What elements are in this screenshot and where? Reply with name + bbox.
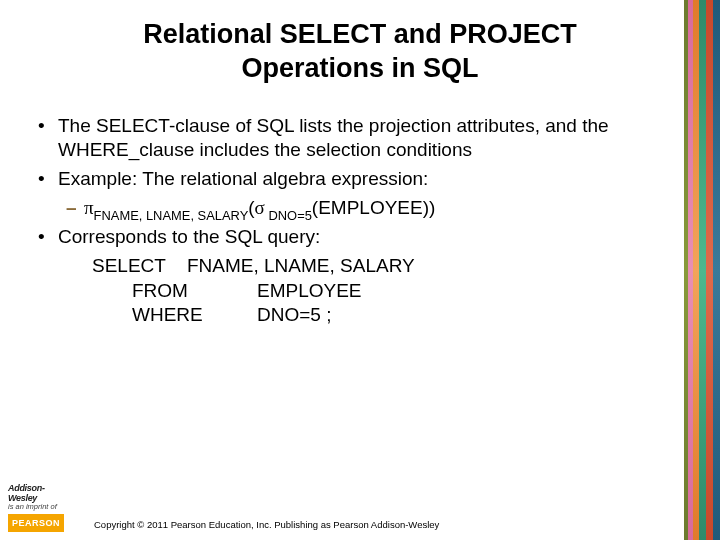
bullet-item: • Corresponds to the SQL query: [36,225,680,250]
sub-bullet-item: – πFNAME, LNAME, SALARY(σ DNO=5(EMPLOYEE… [66,196,680,224]
algebra-expression: πFNAME, LNAME, SALARY(σ DNO=5(EMPLOYEE)) [84,196,680,224]
bullet-marker: • [36,225,58,250]
addison-wesley-text: Addison-Wesley is an imprint of [8,484,70,511]
bullet-text: The SELECT-clause of SQL lists the proje… [58,114,680,163]
pearson-logo: PEARSON [8,514,64,532]
sql-args: FNAME, LNAME, SALARY [187,255,415,276]
sql-keyword: FROM [132,279,257,304]
brand-name: Addison-Wesley [8,483,45,502]
pearson-text: PEARSON [12,518,60,528]
bullet-text: Example: The relational algebra expressi… [58,167,680,192]
slide-footer: Addison-Wesley is an imprint of PEARSON … [0,458,720,540]
bullet-marker: • [36,167,58,192]
sql-keyword: SELECT [92,254,187,279]
sql-line: SELECTFNAME, LNAME, SALARY [92,254,680,279]
sql-keyword: WHERE [132,303,257,328]
bullet-text: Corresponds to the SQL query: [58,225,680,250]
slide-content: • The SELECT-clause of SQL lists the pro… [0,86,720,328]
relation-text: (EMPLOYEE)) [312,197,436,218]
slide: Relational SELECT and PROJECT Operations… [0,0,720,540]
sub-bullet-marker: – [66,196,84,224]
bullet-marker: • [36,114,58,163]
sql-args: DNO=5 ; [257,304,331,325]
sigma-symbol: σ [255,197,265,218]
sql-query: SELECTFNAME, LNAME, SALARY FROMEMPLOYEE … [92,254,680,328]
pi-symbol: π [84,197,94,218]
sql-line: WHEREDNO=5 ; [92,303,680,328]
sql-line: FROMEMPLOYEE [92,279,680,304]
sql-args: EMPLOYEE [257,280,362,301]
sigma-subscript: DNO=5 [265,208,312,223]
bullet-item: • Example: The relational algebra expres… [36,167,680,192]
copyright-text: Copyright © 2011 Pearson Education, Inc.… [94,519,439,530]
publisher-logo: Addison-Wesley is an imprint of PEARSON [8,484,70,532]
imprint-text: is an imprint of [8,502,57,511]
slide-title: Relational SELECT and PROJECT Operations… [0,0,720,86]
bullet-item: • The SELECT-clause of SQL lists the pro… [36,114,680,163]
pi-subscript: FNAME, LNAME, SALARY [94,208,249,223]
